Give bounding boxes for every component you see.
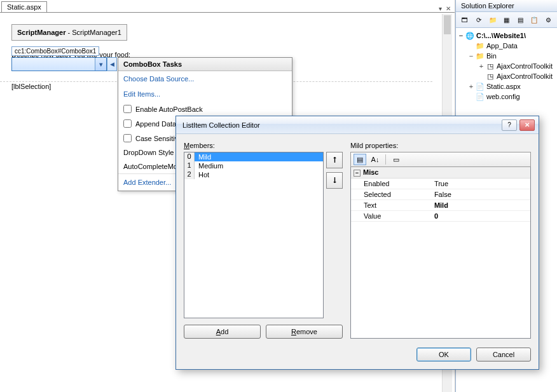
property-name: Text [351, 200, 432, 210]
list-item-index: 2 [184, 170, 195, 179]
selection-label: [lblSelection] [11, 83, 51, 90]
refresh-icon[interactable]: ⟳ [472, 14, 485, 25]
property-row[interactable]: Value0 [351, 211, 530, 222]
scriptmanager-id: ScriptManager1 [72, 29, 121, 36]
tree-item-appdata[interactable]: 📁App_Data [457, 41, 556, 51]
enable-autopostback-checkbox[interactable] [123, 105, 132, 113]
solution-explorer-title: Solution Explorer [456, 0, 557, 12]
listitem-collection-editor-dialog: ListItem Collection Editor ? ✕ Members: … [175, 116, 539, 370]
tree-item-webconfig[interactable]: 📄web.config [457, 91, 556, 102]
view-icon[interactable]: ▤ [514, 14, 526, 25]
show-all-icon[interactable]: ▦ [500, 14, 513, 25]
property-row[interactable]: SelectedFalse [351, 189, 530, 200]
nest-icon[interactable]: 📁 [486, 14, 499, 25]
dialog-titlebar[interactable]: ListItem Collection Editor ? ✕ [176, 116, 539, 134]
choose-datasource-link[interactable]: Choose Data Source... [118, 71, 292, 86]
combobox-input[interactable] [12, 58, 95, 71]
property-value[interactable]: Mild [432, 200, 530, 210]
list-item-text: Hot [195, 170, 323, 179]
list-item[interactable]: 1 Medium [184, 161, 323, 170]
folder-icon: 📁 [475, 41, 485, 50]
combobox-control[interactable]: ▾ [11, 57, 107, 71]
property-grid-toolbar: ▤ A↓ ▭ [350, 152, 531, 167]
move-down-button[interactable]: 🠗 [326, 172, 343, 189]
tasks-header: ComboBox Tasks [118, 58, 292, 71]
property-row[interactable]: TextMild [351, 200, 530, 211]
dll-icon: ◳ [485, 62, 495, 71]
members-listbox[interactable]: 0 Mild 1 Medium 2 Hot [184, 152, 324, 318]
control-tag-label: cc1:ComboBox#ComboBox1 [11, 46, 99, 56]
list-item-text: Mild [195, 152, 323, 161]
property-name: Enabled [351, 179, 432, 189]
combobox-dropdown-button[interactable]: ▾ [95, 58, 106, 71]
list-item[interactable]: 0 Mild [184, 152, 323, 161]
document-tabbar: Static.aspx ▾ ✕ [0, 0, 455, 13]
tree-root[interactable]: −🌐C:\...\Website1\ [457, 30, 556, 41]
list-item-text: Medium [195, 161, 323, 170]
scriptmanager-prefix: ScriptManager [17, 29, 65, 36]
alphabetical-view-button[interactable]: A↓ [369, 154, 382, 165]
tab-dropdown-icon[interactable]: ▾ [439, 5, 442, 12]
config-icon[interactable]: ⚙ [542, 14, 554, 25]
copy-icon[interactable]: 📋 [528, 14, 540, 25]
scriptmanager-control[interactable]: ScriptManager - ScriptManager1 [11, 24, 127, 41]
document-tab[interactable]: Static.aspx [1, 1, 47, 12]
edit-items-link[interactable]: Edit Items... [118, 86, 292, 102]
solution-explorer-toolbar: 🗔 ⟳ 📁 ▦ ▤ 📋 ⚙ [456, 12, 557, 28]
tab-close-icon[interactable]: ✕ [446, 5, 451, 12]
members-label: Members: [184, 142, 343, 149]
categorized-view-button[interactable]: ▤ [354, 154, 366, 165]
ok-button[interactable]: OK [416, 348, 471, 362]
property-name: Value [351, 211, 432, 221]
add-button[interactable]: Add [184, 325, 261, 339]
property-value[interactable]: 0 [432, 211, 530, 221]
project-icon: 🌐 [465, 31, 475, 40]
tree-item-ajax1[interactable]: +◳AjaxControlToolkit [457, 61, 556, 71]
cancel-button[interactable]: Cancel [476, 348, 531, 362]
tree-item-bin[interactable]: −📁Bin [457, 51, 556, 61]
properties-label: Mild properties: [350, 142, 531, 149]
list-item[interactable]: 2 Hot [184, 170, 323, 179]
solution-tree[interactable]: −🌐C:\...\Website1\ 📁App_Data −📁Bin +◳Aja… [456, 28, 557, 104]
collapse-icon[interactable]: − [354, 170, 361, 177]
config-file-icon: 📄 [475, 92, 485, 101]
dll-icon: ◳ [485, 72, 495, 81]
dialog-title: ListItem Collection Editor [182, 121, 499, 129]
aspx-icon: 📄 [475, 82, 485, 91]
case-sensitive-checkbox[interactable] [123, 134, 132, 142]
dialog-help-button[interactable]: ? [502, 119, 517, 131]
property-value[interactable]: False [432, 189, 530, 199]
property-grid[interactable]: −Misc EnabledTrue SelectedFalse TextMild… [350, 167, 531, 339]
property-value[interactable]: True [432, 179, 530, 189]
remove-button[interactable]: Remove [266, 325, 343, 339]
tree-item-ajax2[interactable]: ◳AjaxControlToolkit [457, 71, 556, 81]
property-name: Selected [351, 189, 432, 199]
properties-icon[interactable]: 🗔 [458, 14, 471, 25]
enable-autopostback-label: Enable AutoPostBack [135, 105, 203, 113]
smart-tag-arrow[interactable]: ◀ [107, 57, 117, 71]
document-tab-label: Static.aspx [7, 3, 41, 11]
append-databound-checkbox[interactable] [123, 119, 132, 128]
property-category[interactable]: −Misc [351, 167, 530, 179]
move-up-button[interactable]: 🠕 [326, 152, 343, 168]
dialog-close-button[interactable]: ✕ [519, 119, 535, 131]
list-item-index: 1 [184, 161, 195, 170]
property-row[interactable]: EnabledTrue [351, 179, 530, 189]
property-pages-button[interactable]: ▭ [390, 154, 402, 165]
tree-item-static[interactable]: +📄Static.aspx [457, 81, 556, 91]
list-item-index: 0 [184, 152, 195, 161]
folder-icon: 📁 [475, 51, 485, 60]
